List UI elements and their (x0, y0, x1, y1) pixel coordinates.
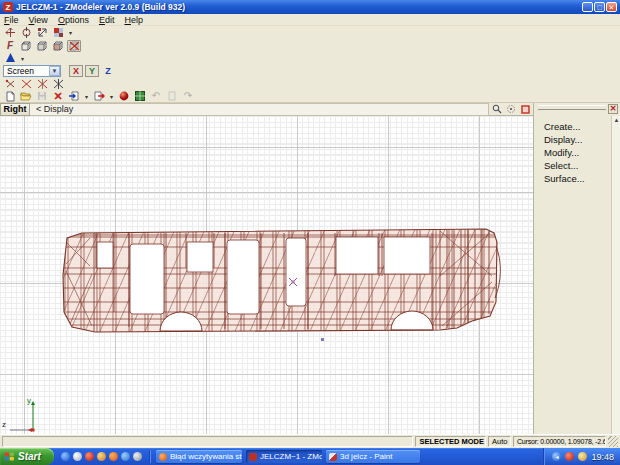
import-dropdown-icon[interactable]: ▾ (83, 93, 90, 100)
bus-door-opening (130, 244, 164, 314)
export-dropdown-icon[interactable]: ▾ (108, 93, 115, 100)
maximize-viewport-icon[interactable] (519, 103, 531, 115)
firefox-icon (159, 453, 167, 461)
panel-item-modify[interactable]: Modify... (544, 146, 579, 159)
menu-file[interactable]: File (4, 15, 19, 25)
maximize-button[interactable]: □ (594, 2, 605, 12)
quick-launch-area (54, 452, 147, 461)
gizmo-dropdown-icon[interactable]: ▾ (67, 29, 74, 36)
textured-cube-icon[interactable] (51, 40, 65, 52)
menu-view[interactable]: View (29, 15, 48, 25)
open-file-icon[interactable] (19, 90, 33, 102)
scrollbar-up-icon[interactable]: ▲ (613, 117, 620, 125)
axis-y-toggle[interactable]: Y (85, 65, 99, 77)
taskbar-clock: 19:48 (591, 452, 614, 462)
paint-icon (329, 453, 337, 461)
hidden-cube-icon[interactable] (67, 40, 81, 52)
windows-flag-icon (4, 451, 15, 462)
panel-scrollbar[interactable]: ▲ (611, 116, 620, 434)
texture-tool-icon[interactable] (51, 27, 65, 39)
select-vertices-icon[interactable] (3, 78, 17, 90)
rotate-gizmo-icon[interactable] (19, 27, 33, 39)
app-icon: Z (3, 2, 13, 12)
menu-options[interactable]: Options (58, 15, 89, 25)
toolbar-file: ✕ ▾ ▾ ↶ ↷ (0, 90, 620, 103)
toolbar-axes: Screen ▼ X Y Z (0, 64, 620, 77)
task-button-zmodeler[interactable]: JELCZM~1 - ZModele... (246, 450, 322, 463)
start-label: Start (18, 451, 41, 462)
viewport-display-mode-bar[interactable]: < Display (30, 103, 489, 116)
import-icon[interactable] (67, 90, 81, 102)
material-editor-icon[interactable] (117, 90, 131, 102)
export-icon[interactable] (92, 90, 106, 102)
tray-icon-1[interactable] (565, 452, 574, 461)
quicklaunch-icon-6[interactable] (121, 452, 130, 461)
taskbar: Start Błąd wczytywania str... JELCZM~1 -… (0, 448, 620, 465)
quicklaunch-icon-4[interactable] (97, 452, 106, 461)
menu-help[interactable]: Help (124, 15, 143, 25)
quicklaunch-icon-7[interactable] (133, 452, 142, 461)
axis-z-toggle[interactable]: Z (101, 65, 115, 77)
viewport-header: Right < Display (0, 103, 533, 116)
panel-grip[interactable] (538, 105, 606, 110)
zoom-extents-icon[interactable] (505, 103, 517, 115)
start-button[interactable]: Start (0, 448, 54, 465)
task-button-browser[interactable]: Błąd wczytywania str... (156, 450, 242, 463)
combo-dropdown-icon[interactable]: ▼ (49, 66, 60, 76)
gizmo-z-label: z (2, 420, 6, 429)
bus-wireframe[interactable] (0, 116, 533, 434)
system-tray: ◂ 19:48 (543, 448, 620, 465)
new-file-icon[interactable] (3, 90, 17, 102)
zoom-icon[interactable] (491, 103, 503, 115)
desktop: Z JELCZM-1 - ZModeler ver 2.0.9 (Build 9… (0, 0, 620, 465)
texture-browser-icon[interactable] (133, 90, 147, 102)
paste-icon[interactable] (165, 90, 179, 102)
window-titlebar[interactable]: Z JELCZM-1 - ZModeler ver 2.0.9 (Build 9… (0, 0, 620, 14)
panel-item-display[interactable]: Display... (544, 133, 582, 146)
menu-edit[interactable]: Edit (99, 15, 115, 25)
primitive-dropdown-icon[interactable]: ▾ (19, 55, 26, 62)
quicklaunch-ie-icon[interactable] (61, 452, 70, 461)
frame-mode-icon[interactable]: F (3, 40, 17, 52)
menu-bar: File View Options Edit Help (0, 14, 620, 26)
panel-close-icon[interactable]: ✕ (608, 104, 618, 114)
status-auto[interactable]: Auto (488, 436, 511, 447)
tray-chevron-icon[interactable]: ◂ (552, 452, 561, 461)
redo-icon[interactable]: ↷ (181, 90, 195, 102)
coordinate-space-value: Screen (7, 66, 34, 76)
resize-grip[interactable] (608, 436, 618, 447)
quicklaunch-opera-icon[interactable] (85, 452, 94, 461)
viewport-view-button[interactable]: Right (0, 103, 30, 116)
coordinate-space-combo[interactable]: Screen ▼ (3, 65, 61, 77)
task-button-paint[interactable]: 3d jelcz - Paint (326, 450, 420, 463)
vertex-marker (321, 338, 324, 341)
axis-x-toggle[interactable]: X (69, 65, 83, 77)
delete-icon[interactable]: ✕ (51, 90, 65, 102)
scale-gizmo-icon[interactable] (35, 27, 49, 39)
toolbar-primitives: ▾ (0, 52, 620, 64)
wireframe-cube-icon[interactable] (19, 40, 33, 52)
tray-icon-2[interactable] (578, 452, 587, 461)
panel-item-create[interactable]: Create... (544, 120, 580, 133)
cone-primitive-icon[interactable] (3, 52, 17, 64)
svg-text:Z: Z (6, 3, 11, 12)
status-selected-mode: SELECTED MODE (415, 436, 486, 447)
undo-icon[interactable]: ↶ (149, 90, 163, 102)
close-button[interactable]: ✕ (606, 2, 617, 12)
panel-item-select[interactable]: Select... (544, 159, 578, 172)
minimize-button[interactable]: _ (582, 2, 593, 12)
status-message-area (2, 436, 413, 447)
toolbar-gizmo: ▾ (0, 26, 620, 39)
select-objects-icon[interactable] (51, 78, 65, 90)
panel-item-surface[interactable]: Surface... (544, 172, 585, 185)
solid-cube-icon[interactable] (35, 40, 49, 52)
select-edges-icon[interactable] (19, 78, 33, 90)
move-gizmo-icon[interactable] (3, 27, 17, 39)
commands-panel: ✕ ▲ Create... Display... Modify... Selec… (533, 103, 620, 434)
select-faces-icon[interactable] (35, 78, 49, 90)
quicklaunch-icon-2[interactable] (73, 452, 82, 461)
save-file-icon[interactable] (35, 90, 49, 102)
quicklaunch-firefox-icon[interactable] (109, 452, 118, 461)
viewport-canvas[interactable]: y z (0, 116, 533, 434)
zmodeler-icon (249, 453, 257, 461)
